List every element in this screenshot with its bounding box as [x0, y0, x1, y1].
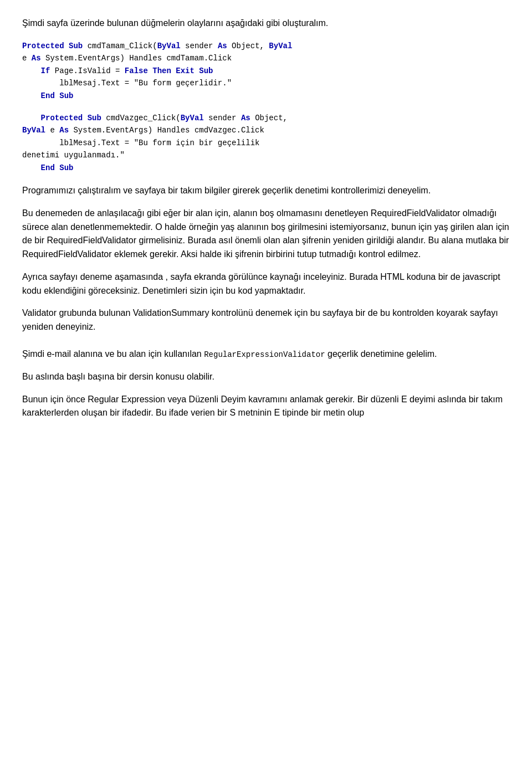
paragraph-1: Programımızı çalıştıralım ve sayfaya bir…: [22, 184, 510, 198]
paragraph-5-text1: Şimdi e-mail alanına ve bu alan için kul…: [22, 349, 204, 359]
paragraph-3: Ayrıca sayfayı deneme aşamasında , sayfa…: [22, 270, 510, 298]
intro-paragraph: Şimdi sayfa üzerinde bulunan düğmelerin …: [22, 17, 510, 30]
code-block-2: Protected Sub cmdVazgec_Click(ByVal send…: [22, 112, 510, 174]
paragraph-5-text2: geçerlik denetimine gelelim.: [325, 349, 437, 359]
paragraph-5: Şimdi e-mail alanına ve bu alan için kul…: [22, 347, 510, 361]
paragraph-4: Validator grubunda bulunan ValidationSum…: [22, 306, 510, 334]
paragraph-2: Bu denemeden de anlaşılacağı gibi eğer b…: [22, 207, 510, 262]
paragraph-6: Bu aslında başlı başına bir dersin konus…: [22, 370, 510, 384]
page-content: Şimdi sayfa üzerinde bulunan düğmelerin …: [22, 17, 510, 420]
code-block-1: Protected Sub cmdTamam_Click(ByVal sende…: [22, 40, 510, 102]
paragraph-5-inline-code: RegularExpressionValidator: [204, 350, 325, 359]
paragraph-7: Bunun için önce Regular Expression veya …: [22, 393, 510, 421]
